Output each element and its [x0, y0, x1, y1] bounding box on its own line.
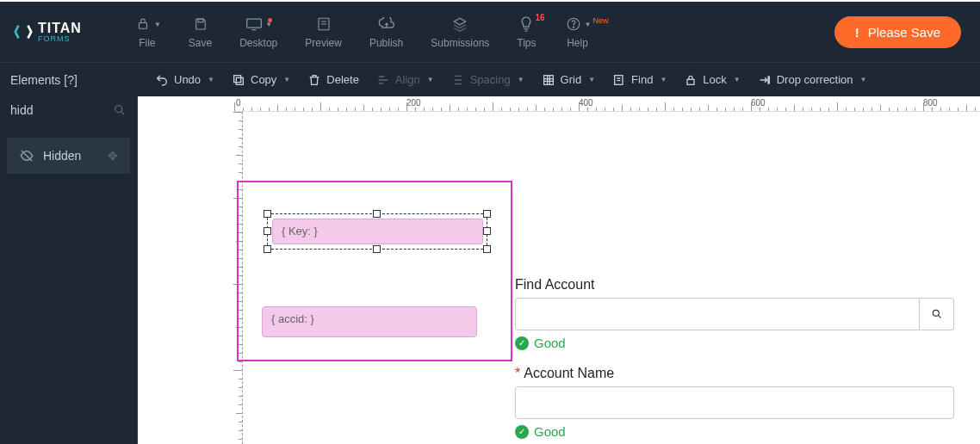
drag-handle-icon[interactable]: ✥ [108, 149, 118, 163]
find-button[interactable]: Find▼ [612, 73, 667, 87]
file-menu[interactable]: ▼ File [133, 15, 161, 49]
find-account-search-button[interactable] [920, 298, 954, 330]
svg-rect-11 [768, 77, 769, 83]
undo-icon [155, 73, 169, 87]
grid-icon [542, 73, 555, 87]
please-save-button[interactable]: ! Please Save [834, 16, 961, 48]
resize-handle[interactable] [483, 227, 491, 235]
warning-icon: ! [855, 25, 859, 40]
account-name-label: *Account Name [515, 366, 954, 381]
resize-handle[interactable] [264, 245, 271, 253]
help-label: Help [567, 37, 588, 49]
sidebar: Hidden ✥ [0, 96, 138, 444]
svg-point-13 [933, 310, 939, 316]
desktop-menu[interactable]: ▼ Desktop [239, 15, 277, 49]
toolbar: Elements [?] Undo▼ Copy▼ Delete Align▼ S… [0, 62, 980, 96]
sidebar-item-label: Hidden [43, 149, 81, 163]
logo-title: TITAN [38, 22, 82, 35]
spacing-icon [451, 73, 465, 87]
resize-handle[interactable] [373, 210, 381, 218]
resize-handle[interactable] [483, 245, 491, 253]
preview-button[interactable]: Preview [305, 15, 342, 49]
check-icon: ✓ [515, 425, 529, 439]
tips-label: Tips [517, 37, 536, 49]
publish-icon [377, 15, 396, 34]
copy-button[interactable]: Copy▼ [232, 73, 290, 87]
svg-rect-10 [687, 79, 694, 84]
resize-handle[interactable] [483, 210, 491, 218]
sidebar-item-hidden[interactable]: Hidden ✥ [7, 138, 130, 174]
tips-badge: 16 [535, 13, 544, 22]
preview-icon [314, 15, 333, 34]
account-name-input[interactable] [515, 386, 954, 419]
elements-search-row [0, 96, 137, 124]
hidden-field-accid[interactable]: { accid: } [262, 306, 477, 337]
logo-icon [14, 22, 33, 41]
chevron-down-icon: ▼ [734, 76, 741, 83]
chevron-down-icon: ▼ [518, 76, 524, 83]
save-icon [191, 15, 210, 34]
status-good: ✓ Good [515, 336, 954, 350]
save-button-label: Please Save [868, 25, 940, 40]
chevron-down-icon: ▼ [427, 76, 434, 83]
find-account-input[interactable] [515, 298, 920, 330]
file-label: File [139, 37, 155, 49]
tips-icon [517, 15, 536, 34]
chevron-down-icon: ▼ [660, 76, 667, 83]
canvas[interactable]: { Key: } { accid: } Find Account ✓ Good … [243, 112, 980, 444]
copy-icon [232, 73, 245, 87]
resize-handle[interactable] [373, 245, 381, 253]
align-icon [376, 73, 390, 87]
publish-button[interactable]: Publish [369, 15, 403, 49]
tips-button[interactable]: Tips 16 [517, 15, 536, 49]
help-icon [564, 15, 583, 34]
chevron-down-icon: ▼ [154, 21, 161, 28]
required-indicator: * [515, 366, 520, 380]
save-label: Save [189, 37, 212, 49]
logo: TITAN FORMS [14, 22, 82, 43]
submissions-icon [450, 15, 469, 34]
chevron-down-icon: ▼ [585, 21, 592, 28]
lock-button[interactable]: Lock▼ [684, 73, 740, 87]
svg-rect-8 [543, 75, 553, 84]
check-icon: ✓ [515, 336, 529, 350]
desktop-icon [245, 15, 264, 34]
trash-icon [307, 73, 321, 87]
align-button[interactable]: Align▼ [376, 73, 434, 87]
elements-header[interactable]: Elements [?] [0, 73, 138, 87]
resize-handle[interactable] [264, 227, 271, 235]
delete-button[interactable]: Delete [307, 73, 359, 87]
desktop-label: Desktop [239, 37, 277, 49]
elements-search-input[interactable] [10, 103, 106, 117]
submissions-label: Submissions [431, 37, 489, 49]
drop-correction-icon [758, 73, 772, 87]
chevron-down-icon: ▼ [283, 76, 290, 83]
help-menu[interactable]: ▼ Help New [564, 15, 592, 49]
svg-rect-7 [234, 75, 241, 82]
new-badge: New [592, 16, 608, 25]
svg-rect-6 [236, 77, 243, 84]
svg-point-5 [573, 27, 574, 28]
svg-rect-0 [139, 23, 146, 29]
save-menu[interactable]: Save [189, 15, 212, 49]
chevron-down-icon: ▼ [588, 76, 595, 83]
drop-correction-button[interactable]: Drop correction▼ [758, 73, 867, 87]
find-account-label: Find Account [515, 277, 954, 293]
grid-button[interactable]: Grid▼ [542, 73, 595, 87]
spacing-button[interactable]: Spacing▼ [451, 73, 524, 87]
hidden-field-key[interactable]: { Key: } [272, 219, 483, 244]
hidden-icon [19, 148, 34, 163]
search-icon[interactable] [113, 103, 127, 117]
form-preview: Find Account ✓ Good *Account Name ✓ Good [515, 277, 954, 444]
resize-handle[interactable] [264, 210, 271, 218]
top-bar: TITAN FORMS ▼ File Save ▼ Desktop Previe… [0, 0, 980, 62]
logo-subtitle: FORMS [38, 35, 82, 43]
submissions-button[interactable]: Submissions [431, 15, 489, 49]
search-icon [931, 308, 943, 320]
main-area: Hidden ✥ 0 200 400 600 800 [0, 96, 980, 444]
undo-button[interactable]: Undo▼ [155, 73, 214, 87]
lock-icon [684, 73, 698, 87]
file-icon [133, 15, 152, 34]
status-good: ✓ Good [515, 424, 954, 439]
ruler-horizontal: 0 200 400 600 800 [234, 96, 980, 112]
